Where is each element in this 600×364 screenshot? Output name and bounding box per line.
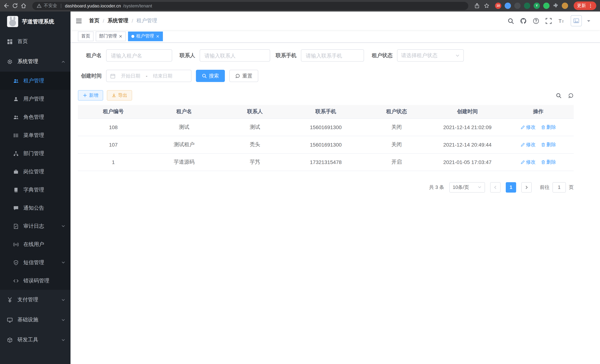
date-range-picker[interactable]: - — [106, 70, 191, 82]
sidebar-item-label: 租户管理 — [23, 77, 44, 84]
sidebar-item-post[interactable]: 岗位管理 — [0, 162, 71, 181]
filter-row-1: 租户名 联系人 联系手机 租户状态 请选择租户状态 — [78, 49, 574, 62]
goto-page-input[interactable] — [553, 182, 566, 192]
share-icon[interactable] — [474, 3, 480, 9]
back-icon[interactable] — [4, 3, 9, 9]
sidebar-item-menu[interactable]: 菜单管理 — [0, 126, 71, 144]
delete-link[interactable]: 删除 — [541, 159, 556, 165]
status-select[interactable]: 请选择租户状态 — [397, 49, 464, 62]
delete-link-label: 删除 — [546, 124, 556, 131]
tab-home[interactable]: 首页 — [78, 31, 94, 41]
edit-link[interactable]: 修改 — [520, 124, 536, 131]
delete-link[interactable]: 删除 — [541, 141, 556, 148]
browser-window: 不安全 dashboard.yudao.iocoder.cn/system/te… — [0, 0, 600, 364]
add-button[interactable]: 新增 — [78, 90, 103, 101]
user-avatar[interactable] — [571, 15, 582, 26]
page-size-select[interactable]: 10条/页 — [449, 182, 485, 192]
phone-input[interactable] — [301, 49, 364, 62]
app-logo[interactable]: 芋道管理系统 — [0, 11, 71, 32]
update-button[interactable]: 更新 — [574, 1, 596, 10]
address-bar[interactable]: 不安全 dashboard.yudao.iocoder.cn/system/te… — [32, 2, 468, 10]
start-date-input[interactable] — [117, 73, 144, 79]
close-icon[interactable] — [156, 34, 159, 38]
next-page-button[interactable] — [521, 182, 532, 192]
app-title: 芋道管理系统 — [22, 18, 54, 25]
help-icon[interactable] — [533, 18, 539, 24]
edit-link[interactable]: 修改 — [520, 141, 536, 148]
prev-page-button[interactable] — [490, 182, 501, 192]
star-icon[interactable] — [484, 3, 489, 9]
sidebar-item-label: 系统管理 — [18, 58, 38, 65]
export-button[interactable]: 导出 — [107, 90, 132, 101]
refresh-table-icon[interactable] — [568, 93, 574, 98]
end-date-input[interactable] — [149, 73, 177, 79]
hamburger-icon[interactable] — [76, 18, 82, 24]
reset-button[interactable]: 重置 — [229, 70, 258, 82]
chevron-up-icon — [61, 60, 65, 64]
sidebar-item-infra[interactable]: 基础设施 — [0, 310, 71, 330]
tab-tenant[interactable]: 租户管理 — [128, 31, 163, 41]
ext-blue-icon[interactable] — [505, 3, 511, 9]
delete-link[interactable]: 删除 — [541, 124, 556, 131]
trash-icon — [541, 160, 545, 164]
ext-puzzle-icon[interactable] — [553, 3, 558, 9]
ext-green-y-icon[interactable]: Y — [534, 3, 540, 9]
logo-rabbit-icon — [7, 16, 18, 27]
reload-icon[interactable] — [12, 3, 18, 9]
cell-phone: 15601691300 — [290, 136, 361, 153]
briefcase-icon — [13, 169, 19, 174]
contact-input[interactable] — [200, 49, 270, 62]
current-page-button[interactable]: 1 — [506, 182, 516, 192]
tab-dept[interactable]: 部门管理 — [96, 31, 126, 41]
toggle-search-icon[interactable] — [556, 93, 562, 98]
ext-dark-green-icon[interactable] — [524, 3, 530, 9]
ext-red-badge-icon[interactable]: 10 — [495, 3, 501, 9]
sidebar-item-system[interactable]: 系统管理 — [0, 52, 71, 72]
sidebar-item-sms[interactable]: 短信管理 — [0, 253, 71, 272]
breadcrumb-item-home[interactable]: 首页 — [89, 18, 99, 24]
status-label: 租户状态 — [364, 52, 397, 59]
sidebar-item-tenant[interactable]: 租户管理 — [0, 72, 71, 90]
content: 租户名 联系人 联系手机 租户状态 请选择租户状态 创建时间 - — [71, 43, 600, 192]
cell-contact: 测试 — [219, 118, 290, 136]
sidebar-item-dept[interactable]: 部门管理 — [0, 144, 71, 162]
table-toolbar: 新增 导出 — [78, 90, 574, 101]
tab-label: 部门管理 — [99, 33, 117, 39]
edit-icon — [520, 160, 525, 164]
sidebar-item-label: 部门管理 — [23, 150, 44, 157]
tenant-table: 租户编号租户名联系人联系手机租户状态创建时间操作 108测试测试15601691… — [78, 105, 574, 171]
sidebar-item-dev-tools[interactable]: 研发工具 — [0, 330, 71, 350]
font-size-icon[interactable]: TT — [558, 18, 564, 24]
tenant-name-input[interactable] — [106, 49, 172, 62]
close-icon[interactable] — [119, 34, 122, 38]
fullscreen-icon[interactable] — [545, 18, 552, 24]
breadcrumb-item-system[interactable]: 系统管理 — [108, 18, 128, 24]
sidebar-item-pay[interactable]: 支付管理 — [0, 290, 71, 310]
sidebar-item-user[interactable]: 用户管理 — [0, 90, 71, 108]
sidebar-item-role[interactable]: 角色管理 — [0, 108, 71, 126]
sidebar-item-home[interactable]: 首页 — [0, 32, 71, 52]
search-button[interactable]: 搜索 — [196, 70, 225, 82]
kebab-menu-icon[interactable] — [588, 3, 593, 8]
home-nav-icon[interactable] — [21, 3, 26, 9]
doc-edit-icon — [13, 224, 19, 229]
ext-dark-icon[interactable] — [514, 3, 521, 9]
search-icon[interactable] — [508, 18, 514, 24]
edit-link[interactable]: 修改 — [520, 159, 536, 165]
security-label: 不安全 — [44, 3, 57, 9]
sidebar-item-dict[interactable]: 字典管理 — [0, 181, 71, 199]
caret-down-icon[interactable] — [586, 18, 592, 24]
ext-profile-icon[interactable] — [562, 3, 568, 9]
goto-page: 前往 页 — [540, 182, 574, 192]
sidebar-item-error-code[interactable]: 错误码管理 — [0, 272, 71, 290]
add-button-label: 新增 — [89, 92, 98, 99]
sidebar-item-online-user[interactable]: 在线用户 — [0, 235, 71, 253]
sidebar-item-notice[interactable]: 通知公告 — [0, 199, 71, 217]
sidebar-item-audit-log[interactable]: 审计日志 — [0, 217, 71, 235]
image-placeholder-icon — [573, 18, 579, 24]
code-icon — [13, 278, 19, 283]
ext-bright-green-icon[interactable] — [543, 3, 550, 9]
pagination: 共 3 条 10条/页 1 前往 页 — [78, 182, 574, 192]
gear-icon — [7, 59, 13, 64]
github-icon[interactable] — [520, 18, 526, 24]
